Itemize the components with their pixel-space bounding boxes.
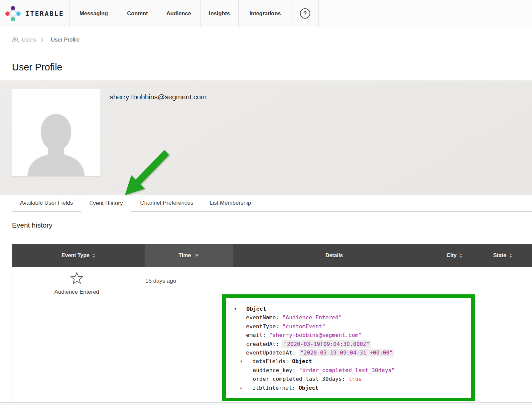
column-label: City [447, 253, 457, 258]
section-heading: Event history [12, 221, 52, 229]
json-line: eventType:"customEvent" [226, 322, 471, 331]
brand-wordmark: ITERABLE [25, 10, 64, 18]
json-string-value: "customEvent" [282, 323, 325, 330]
top-nav: ITERABLE Messaging Content Audience Insi… [0, 0, 532, 27]
help-glyph: ? [303, 10, 307, 17]
user-profile-page: ITERABLE Messaging Content Audience Insi… [0, 0, 532, 405]
nav-item-label: Integrations [249, 10, 281, 17]
expander-icon[interactable]: ▼ [240, 357, 244, 366]
brand-home-link[interactable]: ITERABLE [0, 0, 70, 27]
json-string-value-highlighted: "2020-03-19T09:04:30.000Z" [282, 340, 371, 348]
breadcrumb: Users User Profile [12, 37, 79, 43]
event-state-value: - [493, 278, 495, 284]
avatar [12, 89, 100, 176]
custom-event-star-icon [70, 271, 83, 285]
json-string-value: "Audience Entered" [282, 314, 342, 321]
json-string-value-highlighted: "2020-03-19 09:04:31 +00:00" [299, 349, 394, 356]
json-key: order_completed_last_30days: [253, 376, 345, 382]
breadcrumb-root-label: Users [22, 37, 36, 43]
json-key: createdAt: [246, 341, 279, 347]
avatar-placeholder-icon [21, 100, 91, 176]
json-object-value: Object [299, 385, 319, 391]
column-label: State [493, 253, 506, 258]
json-string-value: "sherry+bobbins@segment.com" [269, 332, 362, 338]
user-email: sherry+bobbins@segment.com [110, 93, 207, 101]
help-icon: ? [300, 8, 310, 19]
event-row: Audience Entered 15 days ago - - ▼Object… [0, 267, 532, 403]
tab-label: Available User Fields [20, 200, 73, 206]
sort-icon [509, 253, 512, 258]
tab-label: List Membership [209, 200, 251, 206]
nav-item-label: Insights [209, 10, 230, 17]
json-line: order_completed_last_30days:true [226, 375, 471, 383]
tab-available-user-fields[interactable]: Available User Fields [12, 195, 81, 211]
json-key: eventName: [246, 314, 279, 321]
breadcrumb-current: User Profile [51, 37, 79, 43]
json-boolean-value: true [348, 376, 362, 382]
expander-icon[interactable]: ▼ [234, 305, 238, 313]
json-object-label: Object [246, 306, 266, 312]
event-time[interactable]: 15 days ago [145, 278, 176, 286]
iterable-logo-icon [5, 6, 21, 21]
nav-item-integrations[interactable]: Integrations [239, 0, 292, 27]
column-header-city[interactable]: City [436, 244, 473, 267]
users-icon [12, 37, 19, 43]
row-divider-strip [0, 403, 532, 405]
sort-icon [460, 253, 462, 258]
sort-desc-icon [195, 254, 199, 257]
column-label: Time [179, 253, 191, 258]
annotation-arrow-icon [121, 150, 172, 198]
tab-label: Event History [89, 200, 123, 207]
profile-tabs: Available User Fields Event History Chan… [12, 195, 532, 212]
nav-item-content[interactable]: Content [118, 0, 157, 27]
column-header-event-type[interactable]: Event Type [12, 244, 145, 267]
json-key: email: [246, 332, 266, 338]
json-line-datafields: ▼dataFields:Object [226, 357, 471, 366]
column-header-details: Details [233, 244, 436, 267]
json-string-value: "order_completed_last_30days" [299, 367, 395, 373]
breadcrumb-users-link[interactable]: Users [12, 37, 36, 43]
help-button[interactable]: ? [292, 0, 319, 27]
json-line: eventName:"Audience Entered" [226, 313, 471, 322]
nav-spacer [319, 0, 532, 27]
json-line-root: ▼Object [226, 305, 471, 313]
json-line: eventUpdatedAt:"2020-03-19 09:04:31 +00:… [226, 349, 471, 357]
json-key: dataFields: [252, 358, 289, 364]
event-city-value: - [449, 278, 450, 284]
nav-item-insights[interactable]: Insights [200, 0, 239, 27]
tab-list-membership[interactable]: List Membership [202, 195, 258, 211]
json-key: eventUpdatedAt: [246, 350, 296, 356]
json-line: email:"sherry+bobbins@segment.com" [226, 331, 471, 340]
column-header-time[interactable]: Time [145, 244, 233, 267]
expander-icon[interactable]: ► [240, 384, 244, 392]
event-details-json-box: ▼Object eventName:"Audience Entered" eve… [222, 294, 475, 401]
nav-item-label: Content [127, 10, 148, 17]
profile-header: sherry+bobbins@segment.com [0, 80, 532, 195]
nav-item-audience[interactable]: Audience [157, 0, 200, 27]
json-line: createdAt:"2020-03-19T09:04:30.000Z" [226, 340, 471, 349]
json-key: itblInternal: [252, 385, 295, 391]
chevron-right-icon [41, 37, 44, 42]
nav-item-messaging[interactable]: Messaging [70, 0, 118, 27]
json-object-value: Object [292, 358, 312, 364]
json-line: audience_key:"order_completed_last_30day… [226, 366, 471, 375]
column-label: Details [326, 253, 343, 258]
sort-icon [92, 253, 95, 258]
json-key: audience_key: [253, 367, 296, 373]
json-key: eventType: [246, 323, 279, 330]
json-line-itblinternal: ►itblInternal:Object [226, 384, 471, 392]
column-header-state[interactable]: State [473, 244, 532, 267]
event-table-header: Event Type Time Details City State [12, 244, 532, 267]
nav-item-label: Messaging [79, 10, 108, 17]
page-title: User Profile [12, 62, 63, 73]
event-type-label: Audience Entered [54, 289, 99, 295]
nav-item-label: Audience [166, 10, 191, 17]
tab-label: Channel Preferences [140, 200, 193, 206]
column-label: Event Type [62, 253, 89, 258]
